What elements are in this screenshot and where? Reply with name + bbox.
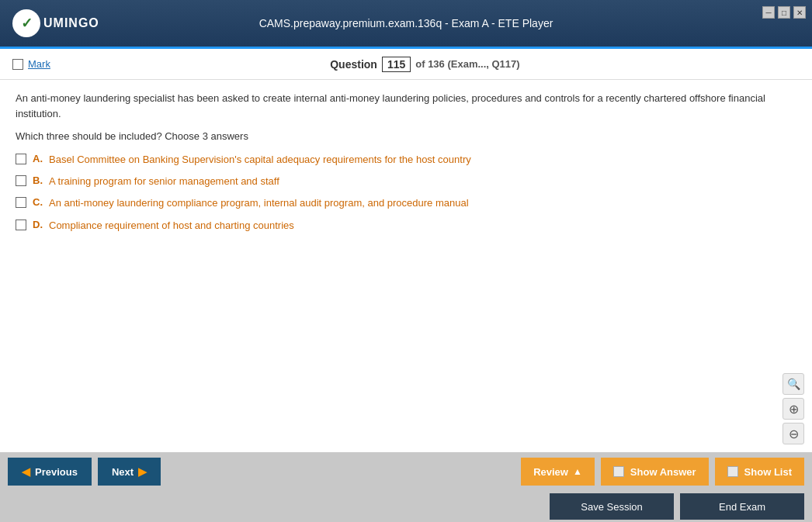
- option-c-text[interactable]: An anti-money laundering compliance prog…: [49, 196, 469, 210]
- choose-text: Which three should be included? Choose 3…: [16, 130, 796, 142]
- window-title: CAMS.prepaway.premium.exam.136q - Exam A…: [259, 17, 553, 29]
- logo-check-icon: ✓: [21, 15, 33, 32]
- mark-checkbox[interactable]: [12, 59, 23, 70]
- question-number-area: Question 115 of 136 (Exam..., Q117): [330, 57, 519, 72]
- search-button[interactable]: 🔍: [783, 373, 804, 395]
- end-exam-button[interactable]: End Exam: [680, 493, 804, 520]
- zoom-out-button[interactable]: ⊖: [783, 423, 804, 444]
- main-content: An anti-money laundering specialist has …: [0, 80, 812, 452]
- show-list-button[interactable]: Show List: [715, 458, 804, 486]
- review-label: Review: [533, 466, 568, 478]
- show-answer-checkbox-icon: [613, 466, 624, 477]
- show-answer-label: Show Answer: [630, 466, 696, 478]
- logo: ✓ UMINGO: [12, 9, 99, 37]
- bottom-bar-bottom: Save Session End Exam: [0, 491, 812, 522]
- option-a-text[interactable]: Basel Committee on Banking Supervision's…: [49, 153, 471, 167]
- option-b-checkbox[interactable]: [16, 175, 26, 186]
- maximize-button[interactable]: □: [778, 6, 790, 19]
- option-a-checkbox[interactable]: [16, 154, 26, 164]
- next-label: Next: [112, 466, 134, 478]
- question-of-text: of 136 (Exam..., Q117): [415, 58, 519, 70]
- bottom-bar-top: ◀ Previous Next ▶ Review ▲ Show Answer S…: [0, 452, 812, 491]
- minimize-button[interactable]: ─: [762, 6, 775, 19]
- review-button[interactable]: Review ▲: [521, 458, 595, 486]
- option-d: D. Compliance requirement of host and ch…: [16, 219, 796, 233]
- review-dropdown-icon: ▲: [573, 466, 582, 477]
- option-c: C. An anti-money laundering compliance p…: [16, 196, 796, 210]
- save-session-label: Save Session: [581, 501, 643, 513]
- zoom-in-icon: ⊕: [789, 402, 799, 417]
- search-icon: 🔍: [787, 378, 800, 390]
- logo-text: UMINGO: [43, 16, 99, 30]
- option-d-text[interactable]: Compliance requirement of host and chart…: [49, 219, 294, 233]
- show-list-checkbox-icon: [727, 466, 738, 477]
- bottom-bar: ◀ Previous Next ▶ Review ▲ Show Answer S…: [0, 452, 812, 522]
- show-answer-button[interactable]: Show Answer: [601, 458, 709, 486]
- option-b-letter: B.: [33, 175, 43, 186]
- option-d-letter: D.: [33, 219, 43, 230]
- previous-button[interactable]: ◀ Previous: [8, 458, 92, 486]
- option-b: B. A training program for senior managem…: [16, 175, 796, 188]
- option-d-checkbox[interactable]: [16, 220, 26, 230]
- previous-arrow-icon: ◀: [22, 465, 30, 478]
- window-controls: ─ □ ✕: [762, 6, 806, 19]
- option-b-text[interactable]: A training program for senior management…: [49, 175, 279, 188]
- question-number: 115: [382, 57, 411, 72]
- title-bar: ✓ UMINGO CAMS.prepaway.premium.exam.136q…: [0, 0, 812, 47]
- close-button[interactable]: ✕: [793, 6, 806, 19]
- option-a-letter: A.: [33, 153, 43, 164]
- question-label: Question: [330, 58, 377, 71]
- next-button[interactable]: Next ▶: [98, 458, 161, 486]
- previous-label: Previous: [35, 466, 78, 478]
- zoom-in-button[interactable]: ⊕: [783, 398, 804, 420]
- question-text: An anti-money laundering specialist has …: [16, 91, 796, 121]
- end-exam-label: End Exam: [719, 501, 765, 513]
- question-header: Mark Question 115 of 136 (Exam..., Q117): [0, 49, 812, 80]
- save-session-button[interactable]: Save Session: [550, 493, 674, 520]
- option-c-checkbox[interactable]: [16, 197, 26, 208]
- zoom-out-icon: ⊖: [789, 427, 799, 441]
- mark-label[interactable]: Mark: [28, 58, 50, 70]
- option-c-letter: C.: [33, 196, 43, 208]
- right-tools: 🔍 ⊕ ⊖: [783, 373, 804, 452]
- next-arrow-icon: ▶: [138, 465, 147, 478]
- logo-circle: ✓: [12, 9, 40, 37]
- show-list-label: Show List: [744, 466, 792, 478]
- option-a: A. Basel Committee on Banking Supervisio…: [16, 153, 796, 167]
- mark-area: Mark: [12, 58, 50, 70]
